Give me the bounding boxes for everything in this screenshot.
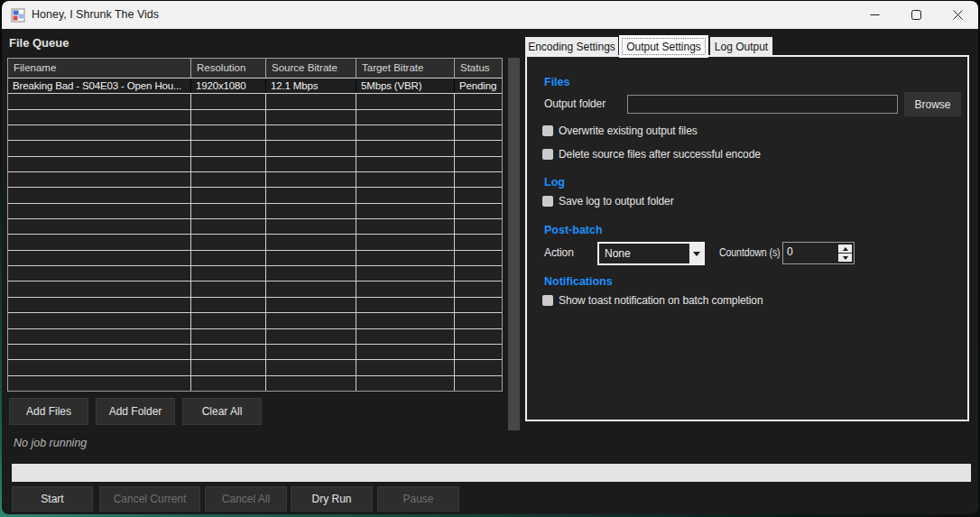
save-log-checkbox-label: Save log to output folder: [559, 195, 674, 208]
title-bar: Honey, I Shrunk The Vids: [2, 1, 978, 29]
table-empty-row: [8, 235, 502, 250]
empty-cell: [8, 282, 191, 296]
empty-cell: [356, 94, 455, 108]
empty-cell: [455, 141, 502, 155]
maximize-button[interactable]: [895, 1, 937, 29]
delete-source-checkbox[interactable]: [542, 149, 553, 160]
empty-cell: [191, 188, 266, 202]
empty-cell: [266, 188, 356, 202]
table-empty-row: [8, 204, 502, 219]
empty-cell: [266, 110, 356, 125]
empty-cell: [266, 172, 356, 187]
clear-all-button[interactable]: Clear All: [182, 398, 262, 425]
empty-cell: [266, 298, 356, 312]
table-empty-row: [8, 360, 502, 375]
overwrite-checkbox-label: Overwrite existing output files: [559, 125, 698, 137]
empty-cell: [266, 219, 356, 234]
add-folder-button[interactable]: Add Folder: [96, 398, 175, 425]
empty-cell: [455, 298, 502, 312]
toast-checkbox[interactable]: [542, 295, 553, 306]
cancel-all-button[interactable]: Cancel All: [205, 486, 287, 512]
empty-cell: [455, 110, 502, 125]
empty-cell: [191, 360, 266, 374]
action-dropdown-value: None: [605, 244, 631, 263]
empty-cell: [266, 282, 356, 296]
empty-cell: [8, 110, 191, 125]
table-row[interactable]: Breaking Bad - S04E03 - Open Hou... 1920…: [8, 78, 502, 94]
stepper-up-icon[interactable]: [838, 245, 852, 253]
browse-button[interactable]: Browse: [904, 92, 961, 116]
progress-bar: [12, 464, 971, 482]
column-header-status[interactable]: Status: [455, 59, 502, 78]
output-settings-panel: Files Output folder Browse Overwrite exi…: [525, 55, 969, 421]
stepper-down-icon[interactable]: [838, 254, 852, 262]
empty-cell: [356, 298, 455, 312]
start-button[interactable]: Start: [12, 486, 93, 512]
empty-cell: [191, 298, 266, 312]
empty-cell: [356, 235, 455, 249]
table-empty-row: [8, 219, 502, 235]
empty-cell: [455, 251, 502, 265]
empty-cell: [455, 94, 502, 108]
column-header-resolution[interactable]: Resolution: [191, 59, 266, 78]
dropdown-arrow-icon[interactable]: [689, 244, 703, 263]
empty-cell: [8, 94, 191, 108]
delete-source-checkbox-row[interactable]: Delete source files after successful enc…: [542, 148, 761, 161]
empty-cell: [8, 125, 191, 140]
pause-button[interactable]: Pause: [377, 486, 459, 512]
empty-cell: [8, 219, 191, 234]
empty-cell: [191, 219, 266, 234]
empty-cell: [191, 376, 266, 391]
column-header-filename[interactable]: Filename: [8, 59, 191, 78]
countdown-value: 0: [787, 245, 793, 258]
overwrite-checkbox[interactable]: [542, 125, 553, 136]
empty-cell: [266, 94, 356, 108]
column-header-target-bitrate[interactable]: Target Bitrate: [356, 59, 455, 78]
tab-encoding-settings[interactable]: Encoding Settings: [525, 37, 618, 56]
overwrite-checkbox-row[interactable]: Overwrite existing output files: [542, 125, 698, 137]
tab-focus-rect: [622, 38, 706, 55]
empty-cell: [455, 125, 502, 140]
dry-run-button[interactable]: Dry Run: [291, 486, 373, 512]
empty-cell: [266, 345, 356, 359]
cancel-current-button[interactable]: Cancel Current: [99, 486, 200, 512]
empty-cell: [191, 266, 266, 281]
empty-cell: [191, 345, 266, 359]
toast-checkbox-row[interactable]: Show toast notification on batch complet…: [542, 294, 763, 307]
output-folder-input[interactable]: [627, 95, 898, 114]
close-button[interactable]: [937, 1, 978, 29]
empty-cell: [8, 329, 191, 344]
cell-filename: Breaking Bad - S04E03 - Open Hou...: [8, 78, 191, 93]
empty-cell: [356, 282, 455, 296]
empty-cell: [356, 188, 455, 202]
toast-checkbox-label: Show toast notification on batch complet…: [559, 294, 763, 307]
empty-cell: [356, 219, 455, 234]
action-dropdown[interactable]: None: [597, 242, 705, 265]
empty-cell: [356, 376, 455, 391]
close-icon: [953, 10, 963, 20]
app-icon: [11, 8, 25, 23]
table-empty-row: [8, 188, 502, 203]
delete-source-checkbox-label: Delete source files after successful enc…: [559, 148, 761, 161]
countdown-stepper[interactable]: 0: [782, 242, 855, 264]
table-scrollbar[interactable]: [508, 58, 520, 430]
add-files-button[interactable]: Add Files: [9, 398, 88, 425]
table-empty-row: [8, 329, 502, 345]
empty-cell: [8, 360, 191, 374]
tab-output-settings[interactable]: Output Settings: [619, 35, 708, 58]
empty-cell: [455, 266, 502, 281]
tab-log-output[interactable]: Log Output: [710, 37, 772, 56]
save-log-checkbox[interactable]: [542, 196, 553, 207]
action-label: Action: [544, 246, 574, 259]
table-empty-row: [8, 110, 502, 125]
empty-cell: [8, 345, 191, 359]
app-window: Honey, I Shrunk The Vids File Queue File…: [2, 1, 978, 514]
save-log-checkbox-row[interactable]: Save log to output folder: [542, 195, 674, 208]
empty-cell: [8, 172, 191, 187]
table-empty-row: [8, 251, 502, 266]
table-empty-row: [8, 125, 502, 141]
column-header-source-bitrate[interactable]: Source Bitrate: [266, 59, 356, 78]
empty-cell: [455, 376, 502, 391]
main-area: File Queue Filename Resolution Source Bi…: [2, 29, 978, 514]
minimize-button[interactable]: [854, 1, 895, 29]
